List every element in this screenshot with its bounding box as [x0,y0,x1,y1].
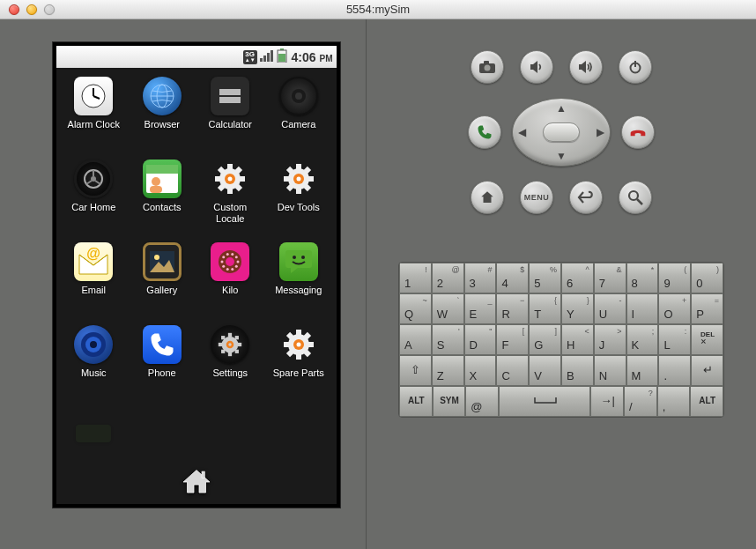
hw-home-button[interactable] [471,181,504,214]
key-a[interactable]: A [399,324,432,355]
svg-line-20 [86,181,92,184]
key-b[interactable]: B [561,355,594,386]
network-indicator-3g: 3G▲▼ [243,50,257,64]
key-6[interactable]: 6^ [561,263,594,293]
svg-line-21 [95,181,100,184]
key-j[interactable]: J> [594,324,626,355]
app-messaging[interactable]: Messaging [264,242,333,325]
key-d[interactable]: D" [464,324,497,355]
key-@[interactable]: @ [465,386,499,417]
hw-end-call-button[interactable] [621,115,655,149]
key-/[interactable]: /? [624,386,657,417]
key-h[interactable]: H< [561,324,594,355]
hw-volume-down-button[interactable] [520,50,553,84]
app-kilo[interactable]: Kilo [196,242,265,325]
app-browser[interactable]: Browser [128,77,196,160]
app-spare-parts[interactable]: Spare Parts [264,325,333,408]
key-s[interactable]: S' [432,324,464,355]
hw-camera-button[interactable] [471,50,504,84]
app-alarm-clock[interactable]: Alarm Clock [60,77,129,160]
dpad-down[interactable]: ▼ [556,150,567,162]
key-alt[interactable]: ALT [690,386,723,417]
app-label: Calculator [208,119,252,130]
key-r[interactable]: R− [496,293,529,324]
key-c[interactable]: C [496,355,529,386]
app-phone[interactable]: Phone [128,325,196,408]
app-gallery[interactable]: Gallery [128,242,196,325]
dpad-center[interactable] [543,122,580,142]
key-z[interactable]: Z [432,355,464,386]
hw-back-button[interactable] [569,181,603,214]
key-⇧[interactable]: ⇧ [399,355,432,386]
svg-rect-29 [227,189,233,194]
key-0[interactable]: 0) [691,263,723,293]
hw-button-row-3: MENU [471,181,652,214]
key-t[interactable]: T{ [529,293,561,324]
hw-search-button[interactable] [619,181,652,214]
key-l[interactable]: L: [658,324,691,355]
svg-rect-85 [284,342,289,347]
key-n[interactable]: N [594,355,626,386]
app-camera[interactable]: Camera [264,77,333,160]
hw-menu-button[interactable]: MENU [520,181,553,214]
key-y[interactable]: Y} [561,293,594,324]
app-music[interactable]: Music [60,325,129,408]
svg-point-36 [228,177,233,182]
svg-point-54 [235,265,238,268]
svg-point-47 [296,177,300,182]
app-calculator[interactable]: Calculator [196,77,265,160]
key-o[interactable]: O+ [658,293,691,324]
key-q[interactable]: Q~ [399,293,432,324]
app-partial[interactable] [60,414,129,456]
hw-call-button[interactable] [468,115,501,149]
key-9[interactable]: 9( [658,263,691,293]
svg-rect-27 [240,176,245,182]
android-statusbar[interactable]: 3G▲▼ 4:06 PM [56,46,337,68]
app-dev-tools[interactable]: Dev Tools [264,160,333,242]
key-1[interactable]: 1! [399,263,432,293]
dpad-right[interactable]: ▶ [597,126,604,138]
key-8[interactable]: 8* [626,263,659,293]
app-label: Custom Locale [198,202,262,225]
key-3[interactable]: 3# [464,263,497,293]
key-x[interactable]: X [464,355,497,386]
svg-rect-93 [484,61,489,64]
key-2[interactable]: 2@ [432,263,464,293]
key-p[interactable]: P= [691,293,723,324]
key-,[interactable]: , [657,386,691,417]
key-i[interactable]: I [626,293,659,324]
dpad-left[interactable]: ◀ [518,126,526,138]
hw-power-button[interactable] [619,50,652,84]
key-w[interactable]: W` [432,293,464,324]
hw-volume-up-button[interactable] [569,50,603,84]
app-drawer-grid: Alarm ClockBrowserCalculatorCameraCar Ho… [56,68,337,414]
key-sym[interactable]: SYM [433,386,466,417]
key-↵[interactable]: ↵ [691,355,723,386]
app-settings[interactable]: Settings [196,325,265,408]
key-space[interactable] [499,386,590,417]
key-4[interactable]: 4$ [496,263,529,293]
key-7[interactable]: 7& [594,263,626,293]
key-g[interactable]: G] [529,324,561,355]
app-contacts[interactable]: Contacts [128,160,196,242]
key-k[interactable]: K; [626,324,659,355]
app-custom-locale[interactable]: Custom Locale [196,160,265,242]
app-email[interactable]: @Email [60,242,129,325]
key-del[interactable]: DEL⤬ [691,324,723,355]
key-m[interactable]: M [626,355,659,386]
app-car-home[interactable]: Car Home [60,160,129,242]
key-alt[interactable]: ALT [399,386,433,417]
key-u[interactable]: U- [594,293,626,324]
key-→|[interactable]: →| [590,386,624,417]
svg-point-16 [295,93,302,100]
key-f[interactable]: F[ [496,324,529,355]
app-label: Spare Parts [273,367,324,379]
svg-rect-31 [215,176,220,182]
key-5[interactable]: 5% [529,263,561,293]
device-screen[interactable]: 3G▲▼ 4:06 PM Alarm ClockBrowserCalculato… [56,46,337,504]
key-e[interactable]: E_ [464,293,497,324]
home-button[interactable] [181,466,212,501]
dpad-up[interactable]: ▲ [556,102,567,115]
key-.[interactable]: . [658,355,691,386]
key-v[interactable]: V [529,355,561,386]
